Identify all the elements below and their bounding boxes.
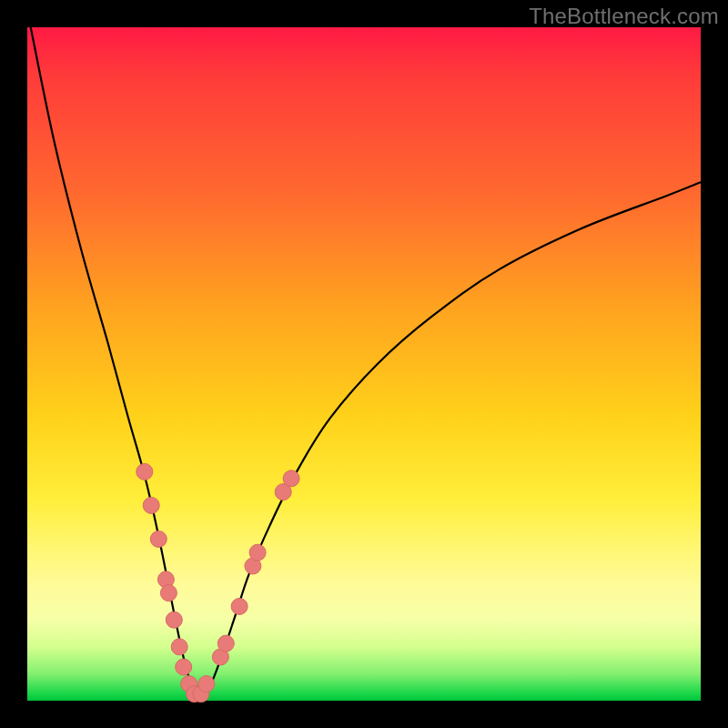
data-marker xyxy=(198,676,215,693)
data-marker xyxy=(171,639,187,655)
data-marker xyxy=(283,470,299,487)
chart-svg xyxy=(27,27,701,701)
data-marker xyxy=(150,531,167,547)
bottleneck-curve xyxy=(31,27,701,697)
plot-area xyxy=(27,27,701,701)
chart-frame: TheBottleneck.com xyxy=(0,0,728,728)
data-marker xyxy=(166,612,182,628)
data-marker xyxy=(231,598,248,614)
data-marker xyxy=(176,659,192,675)
data-marker xyxy=(217,635,234,652)
data-marker xyxy=(143,497,159,513)
data-marker xyxy=(249,544,266,561)
watermark-text: TheBottleneck.com xyxy=(529,4,719,29)
data-marker xyxy=(160,585,177,602)
data-marker xyxy=(136,463,153,480)
